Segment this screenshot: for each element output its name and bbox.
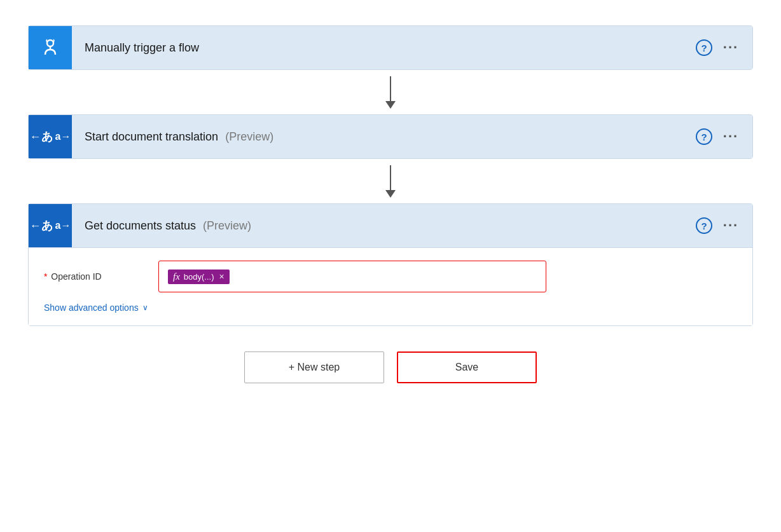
chip-close-button[interactable]: ×	[219, 271, 225, 282]
step-translate-status-actions: ? ···	[695, 217, 752, 235]
step-translate-start-header: ←あ a→ Start document translation (Previe…	[29, 115, 752, 158]
help-icon-2: ?	[696, 128, 712, 145]
trigger-more-button[interactable]: ···	[722, 39, 740, 57]
step-translate-start-title: Start document translation (Preview)	[72, 130, 695, 144]
step-translate-start: ←あ a→ Start document translation (Previe…	[28, 114, 753, 159]
step-translate-start-actions: ? ···	[695, 128, 752, 146]
advanced-options-toggle[interactable]: Show advanced options ∨	[44, 303, 737, 313]
step-trigger: Manually trigger a flow ? ···	[28, 25, 753, 70]
operation-id-label: * Operation ID	[44, 271, 158, 282]
connector-2	[385, 159, 396, 203]
step-trigger-header: Manually trigger a flow ? ···	[29, 26, 752, 69]
step-translate-status-body: * Operation ID fx body(...) × Show advan	[29, 247, 752, 325]
connector-1	[385, 70, 396, 114]
step-translate-status-header: ←あ a→ Get documents status (Preview) ? ·…	[29, 204, 752, 247]
svg-point-0	[47, 40, 53, 46]
connector-line-2	[390, 165, 391, 191]
help-icon: ?	[696, 39, 712, 56]
new-step-button[interactable]: + New step	[244, 351, 384, 383]
bottom-actions: + New step Save	[244, 351, 537, 383]
trigger-help-button[interactable]: ?	[695, 39, 713, 57]
translate-start-icon: ←あ a→	[29, 115, 72, 158]
operation-id-input[interactable]: fx body(...) ×	[162, 264, 543, 289]
translate-start-more-button[interactable]: ···	[722, 128, 740, 146]
translate-status-help-button[interactable]: ?	[695, 217, 713, 235]
trigger-icon	[29, 26, 72, 69]
body-chip: fx body(...) ×	[168, 269, 230, 284]
connector-arrow-2	[385, 190, 396, 198]
step-trigger-title: Manually trigger a flow	[72, 41, 695, 55]
help-icon-3: ?	[696, 217, 712, 234]
translate-status-more-button[interactable]: ···	[722, 217, 740, 235]
translate-start-help-button[interactable]: ?	[695, 128, 713, 146]
operation-id-input-outer: fx body(...) ×	[158, 261, 546, 292]
operation-id-row: * Operation ID fx body(...) ×	[44, 261, 737, 292]
connector-line-1	[390, 76, 391, 102]
translate-status-icon: ←あ a→	[29, 204, 72, 247]
show-advanced-button[interactable]: Show advanced options ∨	[44, 303, 148, 313]
step-translate-status-title: Get documents status (Preview)	[72, 219, 695, 233]
save-button[interactable]: Save	[397, 351, 537, 383]
step-trigger-actions: ? ···	[695, 39, 752, 57]
flow-container: Manually trigger a flow ? ··· ←あ a→	[28, 25, 753, 383]
step-translate-status: ←あ a→ Get documents status (Preview) ? ·…	[28, 203, 753, 326]
connector-arrow-1	[385, 101, 396, 109]
